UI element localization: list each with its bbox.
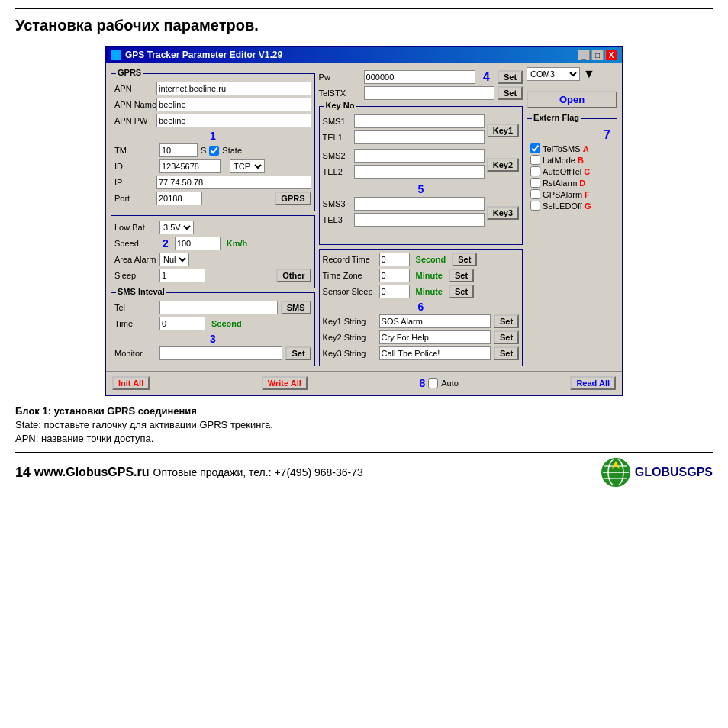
telstx-set-button[interactable]: Set <box>498 86 523 100</box>
protocol-select[interactable]: TCP UDP <box>230 159 265 173</box>
tel-input[interactable] <box>159 301 278 314</box>
record-time-label: Record Time <box>323 255 376 264</box>
apn-pw-input[interactable] <box>156 114 311 127</box>
auto-checkbox[interactable] <box>428 378 438 388</box>
record-time-input[interactable] <box>379 253 410 266</box>
sleep-label: Sleep <box>114 271 156 280</box>
sms2-input[interactable] <box>354 149 485 163</box>
state-checkbox[interactable] <box>209 146 219 156</box>
speed-label: Speed <box>114 239 156 248</box>
pw-input[interactable] <box>364 70 476 84</box>
monitor-input[interactable] <box>159 346 282 360</box>
left-column: GPRS APN APN Name APN PW 1 TM S <box>111 67 315 366</box>
monitor-set-button[interactable]: Set <box>285 346 311 360</box>
lowbat-select[interactable]: 3.5V 3.8V <box>159 221 194 234</box>
maximize-button[interactable]: □ <box>591 50 604 60</box>
key2-string-set-button[interactable]: Set <box>494 330 519 344</box>
time-label: Time <box>114 319 156 328</box>
apn-label: APN <box>114 84 156 93</box>
time-zone-input[interactable] <box>379 269 410 282</box>
key1-string-set-button[interactable]: Set <box>494 314 519 328</box>
gpsalarm-checkbox[interactable] <box>530 189 540 199</box>
teltosms-checkbox[interactable] <box>530 143 540 153</box>
com-select[interactable]: COM3 COM1 COM2 <box>527 67 580 81</box>
main-window: GPS Tracker Parameter Editor V1.29 _ □ X… <box>105 46 623 396</box>
window-body: GPRS APN APN Name APN PW 1 TM S <box>106 63 622 371</box>
ip-input[interactable] <box>156 176 311 189</box>
window-icon <box>111 50 121 60</box>
extern-flag-label: Extern Flag <box>532 113 581 122</box>
logo-text: GLOBUSGPS <box>635 465 713 479</box>
open-button[interactable]: Open <box>527 91 617 108</box>
telstx-input[interactable] <box>364 86 494 100</box>
block1-title: Блок 1: установки GPRS соединения <box>15 405 197 417</box>
apn-input[interactable] <box>156 82 311 95</box>
key3-string-set-button[interactable]: Set <box>494 346 519 360</box>
tel3-input[interactable] <box>354 213 485 227</box>
tm-input[interactable] <box>159 143 198 157</box>
close-button[interactable]: X <box>605 50 617 60</box>
latmode-checkbox[interactable] <box>530 155 540 165</box>
autoofftel-label: AutoOffTel <box>543 167 581 176</box>
key1-string-input[interactable] <box>379 314 491 328</box>
id-label: ID <box>114 162 156 171</box>
sms1-input[interactable] <box>354 114 485 128</box>
selledoff-checkbox[interactable] <box>530 201 540 211</box>
time-zone-unit: Minute <box>416 271 443 280</box>
time-zone-set-button[interactable]: Set <box>449 269 474 282</box>
tel2-label: TEL2 <box>323 167 352 176</box>
sensor-sleep-input[interactable] <box>379 285 410 298</box>
id-input[interactable] <box>159 159 221 173</box>
tel1-label: TEL1 <box>323 133 352 142</box>
read-all-button[interactable]: Read AlI <box>570 376 616 390</box>
sms-panel: SMS Inteval Tel SMS Time Second 3 Monito… <box>111 292 315 366</box>
speed-input[interactable] <box>175 237 221 250</box>
key3-string-input[interactable] <box>379 346 491 360</box>
init-all-button[interactable]: Init All <box>112 376 150 390</box>
sensor-sleep-unit: Minute <box>416 287 443 296</box>
minimize-button[interactable]: _ <box>578 50 590 60</box>
other-button[interactable]: Other <box>276 269 311 282</box>
key2-string-label: Key2 String <box>323 333 376 342</box>
sms-button[interactable]: SMS <box>281 301 311 314</box>
section2-panel: Low Bat 3.5V 3.8V Speed 2 Km/h Area Alar… <box>111 215 315 288</box>
key3-button[interactable]: Key3 <box>487 206 519 220</box>
monitor-label: Monitor <box>114 349 156 358</box>
area-alarm-label: Area Alarm <box>114 255 156 264</box>
tel1-input[interactable] <box>354 130 485 144</box>
port-input[interactable] <box>156 192 202 205</box>
sleep-input[interactable] <box>159 269 205 282</box>
marker-7: 7 <box>530 128 614 142</box>
marker-3: 3 <box>114 333 311 345</box>
gprs-button[interactable]: GPRS <box>275 192 311 205</box>
tel3-label: TEL3 <box>323 215 352 224</box>
marker-6: 6 <box>323 301 520 313</box>
sensor-sleep-set-button[interactable]: Set <box>449 285 474 298</box>
title-bar-buttons: _ □ X <box>578 50 617 60</box>
extern-flag-panel: Extern Flag 7 TelToSMSA LatMode B AutoOf… <box>527 118 617 366</box>
page-title: Установка рабочих параметров. <box>15 17 713 34</box>
apn-name-input[interactable] <box>156 98 311 111</box>
key2-string-input[interactable] <box>379 330 491 344</box>
sms3-input[interactable] <box>354 197 485 211</box>
marker-5: 5 <box>323 183 520 195</box>
second-label: Second <box>211 319 242 328</box>
pw-set-button[interactable]: Set <box>498 70 523 84</box>
key2-button[interactable]: Key2 <box>487 158 519 172</box>
key1-button[interactable]: Key1 <box>487 124 519 137</box>
record-time-set-button[interactable]: Set <box>452 253 477 266</box>
title-bar: GPS Tracker Parameter Editor V1.29 _ □ X <box>106 47 622 63</box>
rstalarm-checkbox[interactable] <box>530 178 540 188</box>
speed-unit: Km/h <box>227 239 248 248</box>
autoofftel-checkbox[interactable] <box>530 166 540 176</box>
marker-8: 8 <box>419 377 425 389</box>
area-alarm-select[interactable]: Nul <box>159 253 189 266</box>
write-all-button[interactable]: Write All <box>262 376 308 390</box>
tel2-input[interactable] <box>354 165 485 179</box>
rstalarm-label: RstAlarm <box>543 179 577 188</box>
sensor-sleep-label: Sensor Sleep <box>323 287 376 296</box>
sms2-label: SMS2 <box>323 151 352 160</box>
time-input[interactable] <box>159 317 205 330</box>
telstx-label: TelSTX <box>319 89 361 98</box>
sms3-label: SMS3 <box>323 199 352 208</box>
